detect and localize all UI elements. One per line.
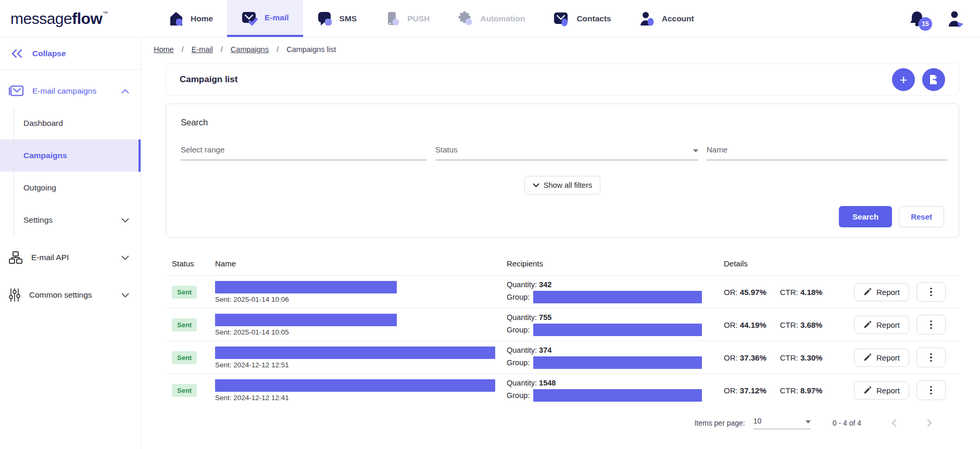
breadcrumb-campaigns[interactable]: Campaigns xyxy=(231,45,269,54)
breadcrumb: Home / E-mail / Campaigns / Campaigns li… xyxy=(141,37,980,61)
nav-label-home: Home xyxy=(191,14,213,23)
row-menu-button[interactable] xyxy=(916,380,946,400)
campaign-name-redacted-bar xyxy=(215,281,397,293)
or-value: 45.97% xyxy=(740,288,767,297)
previous-page-button[interactable] xyxy=(891,419,897,427)
status-cell: Sent xyxy=(166,351,215,364)
sms-icon xyxy=(317,11,333,27)
or-value: 44.19% xyxy=(740,320,767,329)
sitemap-icon xyxy=(8,250,23,265)
kebab-icon xyxy=(930,288,932,290)
status-badge: Sent xyxy=(172,286,197,299)
app-window: messageflow™ Home E-mail SMS xyxy=(0,0,980,449)
nav-item-sms[interactable]: SMS xyxy=(303,0,371,37)
table-row: Sent Sent: 2024-12-12 12:41 Quantity: 15… xyxy=(166,374,959,406)
user-avatar-button[interactable] xyxy=(948,10,964,28)
items-per-page-select[interactable]: 10 xyxy=(753,417,811,429)
select-range-input[interactable]: Select range xyxy=(181,145,427,160)
search-button[interactable]: Search xyxy=(839,206,892,227)
chevron-up-icon xyxy=(121,89,129,94)
quantity-label: Quantity: xyxy=(507,280,537,289)
name-input[interactable]: Name xyxy=(707,145,947,160)
status-badge: Sent xyxy=(172,351,197,364)
sidebar-item-email-campaigns[interactable]: E-mail campaigns xyxy=(0,75,141,107)
status-cell: Sent xyxy=(166,286,215,299)
search-panel: Search Select range Status Name xyxy=(166,104,959,238)
row-stats: OR: 44.19% CTR: 3.68% xyxy=(724,320,854,329)
sidebar-item-email-api[interactable]: E-mail API xyxy=(0,241,141,274)
add-campaign-button[interactable]: + xyxy=(892,68,915,91)
details-cell: OR: 37.12% CTR: 8.97% Report xyxy=(724,380,972,400)
top-navigation-bar: messageflow™ Home E-mail SMS xyxy=(0,0,980,37)
table-body: Sent Sent: 2025-01-14 10:06 Quantity: 34… xyxy=(166,275,959,406)
group-label: Group: xyxy=(507,326,530,334)
sidebar-item-campaigns[interactable]: Campaigns xyxy=(0,139,141,172)
sent-date: Sent: 2024-12-12 12:51 xyxy=(215,361,507,369)
nav-label-sms: SMS xyxy=(340,14,357,23)
status-select[interactable]: Status xyxy=(435,145,698,160)
home-icon xyxy=(168,11,184,27)
nav-item-account[interactable]: Account xyxy=(625,0,708,37)
nav-item-automation[interactable]: Automation xyxy=(444,0,539,37)
sidebar-item-dashboard[interactable]: Dashboard xyxy=(0,107,141,139)
show-all-filters-button[interactable]: Show all filters xyxy=(524,176,600,195)
group-redacted-bar xyxy=(533,324,702,336)
dropdown-arrow-icon xyxy=(806,420,811,424)
pagination-controls xyxy=(891,419,932,427)
row-menu-button[interactable] xyxy=(916,315,946,335)
sidebar-item-common-settings[interactable]: Common settings xyxy=(0,279,141,311)
ctr-label: CTR: xyxy=(780,386,798,395)
ctr-value: 8.97% xyxy=(800,386,823,395)
name-cell: Sent: 2025-01-14 10:05 xyxy=(215,314,507,336)
export-button[interactable] xyxy=(922,68,945,91)
report-button[interactable]: Report xyxy=(854,283,909,301)
or-label: OR: xyxy=(724,320,738,329)
sidebar-item-settings[interactable]: Settings xyxy=(0,204,141,236)
sliders-icon xyxy=(8,288,21,302)
campaign-name-redacted-bar xyxy=(215,314,397,326)
group-redacted-bar xyxy=(533,356,702,369)
sidebar-collapse-button[interactable]: Collapse xyxy=(0,37,141,70)
recipients-cell: Quantity: 374 Group: xyxy=(507,346,724,369)
breadcrumb-email[interactable]: E-mail xyxy=(192,45,213,54)
name-placeholder: Name xyxy=(707,145,727,154)
row-menu-button[interactable] xyxy=(916,282,946,302)
nav-item-email[interactable]: E-mail xyxy=(227,0,303,37)
push-icon xyxy=(385,11,400,27)
plus-icon: + xyxy=(899,73,907,86)
nav-item-push[interactable]: PUSH xyxy=(371,0,444,37)
quantity-label: Quantity: xyxy=(507,346,537,354)
reset-button[interactable]: Reset xyxy=(899,206,944,227)
page-title: Campaign list xyxy=(180,74,237,85)
report-button[interactable]: Report xyxy=(854,316,909,334)
column-header-name: Name xyxy=(215,259,507,268)
campaigns-table: Status Name Recipients Details Sent Sent… xyxy=(166,251,959,429)
report-button[interactable]: Report xyxy=(854,349,909,367)
nav-item-home[interactable]: Home xyxy=(154,0,227,37)
group-label: Group: xyxy=(507,293,530,301)
sent-date: Sent: 2024-12-12 12:41 xyxy=(215,394,507,402)
breadcrumb-home[interactable]: Home xyxy=(154,45,174,54)
chevron-down-icon xyxy=(121,255,129,260)
group-redacted-bar xyxy=(533,389,702,402)
sent-date: Sent: 2025-01-14 10:05 xyxy=(215,328,507,336)
details-cell: OR: 44.19% CTR: 3.68% Report xyxy=(724,315,972,335)
items-per-page-label: Items per page: xyxy=(694,419,745,427)
sent-date: Sent: 2025-01-14 10:06 xyxy=(215,296,507,303)
kebab-icon xyxy=(930,386,932,388)
nav-item-contacts[interactable]: Contacts xyxy=(539,0,625,37)
chevron-down-icon xyxy=(121,293,129,298)
pencil-icon xyxy=(863,320,872,329)
next-page-button[interactable] xyxy=(927,419,932,427)
campaign-name-redacted-bar xyxy=(215,347,495,359)
or-label: OR: xyxy=(724,288,738,297)
sidebar-item-outgoing[interactable]: Outgoing xyxy=(0,172,141,204)
status-cell: Sent xyxy=(166,384,215,397)
table-row: Sent Sent: 2025-01-14 10:06 Quantity: 34… xyxy=(166,275,959,308)
row-menu-button[interactable] xyxy=(916,348,946,367)
pencil-icon xyxy=(863,386,872,394)
report-label: Report xyxy=(876,320,900,329)
report-button[interactable]: Report xyxy=(854,381,909,400)
notifications-button[interactable]: 15 xyxy=(908,10,926,28)
recipients-cell: Quantity: 342 Group: xyxy=(507,280,724,303)
